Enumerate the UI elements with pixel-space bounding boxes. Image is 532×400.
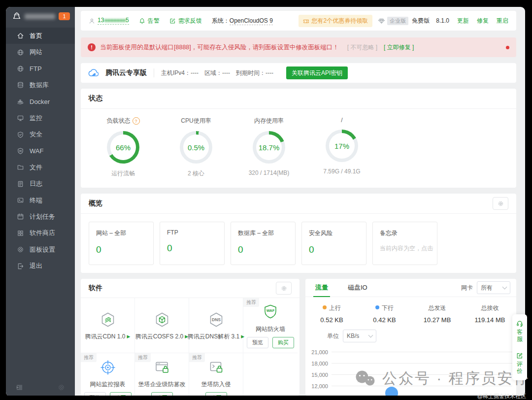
- header-actions: 更新修复重启: [455, 17, 508, 25]
- traffic-stat-label: 总发送: [411, 304, 464, 312]
- recommend-tag: 推荐: [189, 353, 205, 362]
- preview-button[interactable]: 预览: [84, 392, 106, 396]
- collapse-sidebar-icon[interactable]: [16, 384, 23, 393]
- overview-card-database[interactable]: 数据库 – 全部 0: [231, 222, 296, 265]
- overview-settings-gear-icon[interactable]: [493, 197, 508, 210]
- sidebar-item-waf[interactable]: WAF: [6, 143, 75, 159]
- play-arrow-icon: ▶: [127, 334, 131, 339]
- notification-badge: 1: [59, 12, 70, 20]
- overview-card-label: FTP: [167, 229, 217, 236]
- software-cell-cdn[interactable]: 腾讯云CDN 1.0▶: [81, 298, 135, 353]
- sidebar-item-security[interactable]: 安全: [6, 126, 75, 142]
- software-buttons: 购买: [151, 392, 173, 396]
- tab-disk-io[interactable]: 磁盘IO: [338, 279, 377, 297]
- tab-traffic[interactable]: 流量: [305, 279, 338, 297]
- traffic-stat-label: 下行: [358, 304, 411, 312]
- buy-button[interactable]: 购买: [110, 392, 132, 396]
- cannot-ignore-link[interactable]: [ 不可忽略 ]: [347, 43, 377, 52]
- y-axis-tick-label: 15,000: [305, 372, 332, 378]
- software-cell-dns[interactable]: DNS 腾讯云DNS解析 3.1▶: [189, 298, 243, 353]
- floating-widget: 客服 评价: [512, 314, 527, 380]
- overview-card-value: 0: [167, 243, 217, 254]
- server-name-blurred: [25, 14, 55, 19]
- software-cell-cosfs[interactable]: 腾讯云COSFS 2.0▶: [135, 298, 189, 353]
- alarm-link[interactable]: 告警: [139, 17, 160, 25]
- buy-button[interactable]: 购买: [272, 337, 294, 348]
- software-cell-tamper-proof[interactable]: 推荐 堡塔企业级防篡改 购买: [135, 353, 189, 396]
- sidebar-item-website[interactable]: 网站: [6, 44, 75, 60]
- tencent-field-0: 主机IPv4：----: [161, 69, 199, 77]
- sidebar-item-label: 退出: [30, 262, 42, 270]
- software-cell-empty: [243, 353, 298, 396]
- sidebar-item-ftp[interactable]: FTP: [6, 61, 75, 77]
- sidebar-item-monitor[interactable]: 监控: [6, 110, 75, 126]
- sidebar-settings-gear-icon[interactable]: [58, 384, 65, 393]
- nic-select[interactable]: 所有: [477, 281, 510, 294]
- overview-card-site[interactable]: 网站 – 全部 0: [89, 222, 154, 265]
- overview-card-label: 数据库 – 全部: [238, 229, 288, 237]
- software-name: 腾讯云COSFS 2.0▶: [135, 333, 188, 341]
- help-icon[interactable]: ?: [133, 117, 140, 125]
- bottom-black-bar: [0, 396, 532, 400]
- sidebar-item-label: 软件商店: [30, 229, 55, 237]
- sidebar-item-database[interactable]: 数据库: [6, 77, 75, 93]
- bind-tencent-api-button[interactable]: 关联腾讯云API密钥: [286, 67, 348, 79]
- gauge-subtext: 运行流畅: [111, 169, 135, 178]
- fix-now-link[interactable]: [ 立即修复 ]: [384, 43, 414, 52]
- headset-icon: [516, 320, 523, 327]
- customer-service-button[interactable]: 客服: [516, 320, 523, 342]
- traffic-stat-value: 0.42 KB: [358, 316, 411, 324]
- software-buttons: 购买: [205, 392, 227, 396]
- gauge-value: 66%: [116, 143, 131, 152]
- preview-button[interactable]: 预览: [247, 337, 268, 348]
- gauge-1: CPU使用率 0.5% 2 核心: [160, 117, 233, 178]
- home-icon: [17, 32, 24, 39]
- gauge-subtext: 2 核心: [188, 169, 204, 178]
- sidebar-item-docker[interactable]: Docker: [6, 94, 75, 110]
- software-settings-gear-icon[interactable]: [276, 282, 292, 295]
- cosfs-hexagon-icon: [153, 310, 171, 329]
- software-cell-intrusion[interactable]: 推荐 堡塔防入侵 购买: [189, 353, 243, 396]
- user-account[interactable]: 13●●●●●●●5: [89, 17, 129, 25]
- tencent-cloud-icon: [88, 69, 99, 77]
- overview-card-ftp[interactable]: FTP 0: [160, 222, 225, 265]
- header-action-update[interactable]: 更新: [457, 17, 469, 25]
- sidebar-item-terminal[interactable]: 终端: [6, 192, 75, 208]
- feedback-link[interactable]: 需求反馈: [169, 17, 202, 25]
- sidebar-item-logs[interactable]: 日志: [6, 176, 75, 192]
- overview-card-value: 0: [238, 244, 288, 255]
- overview-card-label: 网站 – 全部: [96, 229, 146, 237]
- store-icon: [17, 230, 24, 237]
- tencent-title: 腾讯云专享版: [105, 68, 147, 77]
- legend-dot-icon: [323, 305, 327, 309]
- tencent-cloud-bar: 腾讯云专享版 主机IPv4：----区域：----到期时间：---- 关联腾讯云…: [81, 63, 516, 83]
- review-button[interactable]: 评价: [516, 352, 523, 374]
- sidebar-item-logout[interactable]: 退出: [6, 258, 75, 274]
- sidebar-item-settings[interactable]: 面板设置: [6, 241, 75, 258]
- buy-button[interactable]: 购买: [205, 392, 227, 396]
- shield-check-icon: [17, 131, 24, 138]
- system-info: 系统：OpenCloudOS 9: [212, 17, 273, 25]
- sidebar-item-home[interactable]: 首页: [6, 28, 75, 44]
- software-buttons: 预览购买: [247, 337, 294, 348]
- buy-button[interactable]: 购买: [151, 392, 173, 396]
- top-bar-right: 您有2个优惠券待领取 企业版 免费版 8.1.0 更新修复重启: [299, 15, 508, 27]
- header-action-repair[interactable]: 修复: [477, 17, 489, 25]
- coupon-ticket-icon: [303, 18, 309, 24]
- overview-card-memo[interactable]: 备忘录 当前内容为空，点击: [372, 222, 437, 265]
- sidebar-item-cron[interactable]: 计划任务: [6, 208, 75, 225]
- coupon-badge[interactable]: 您有2个优惠券待领取: [299, 15, 373, 27]
- status-section: 状态 负载状态? 66% 运行流畅 CPU使用率 0.5% 2 核心 内存使用率…: [81, 89, 516, 188]
- globe-icon: [17, 49, 24, 56]
- unit-select[interactable]: KB/s: [343, 330, 376, 342]
- overview-card-risk[interactable]: 安全风险 0: [301, 222, 366, 265]
- software-cell-waf[interactable]: 推荐 WAF 网站防火墙 预览购买: [243, 298, 298, 353]
- software-cell-monitor-report[interactable]: 推荐 网站监控报表 预览购买: [81, 353, 135, 396]
- sidebar-item-files[interactable]: 文件: [6, 159, 75, 175]
- header-action-restart[interactable]: 重启: [497, 17, 508, 25]
- gauge-label: /: [341, 117, 342, 124]
- software-section: 软件 腾讯云CDN 1.0▶ 腾讯云COSFS 2.0▶ DNS 腾讯云DNS解…: [81, 279, 299, 396]
- divider: [154, 68, 154, 77]
- tencent-field-2: 到期时间：----: [236, 69, 273, 77]
- sidebar-item-appstore[interactable]: 软件商店: [6, 225, 75, 241]
